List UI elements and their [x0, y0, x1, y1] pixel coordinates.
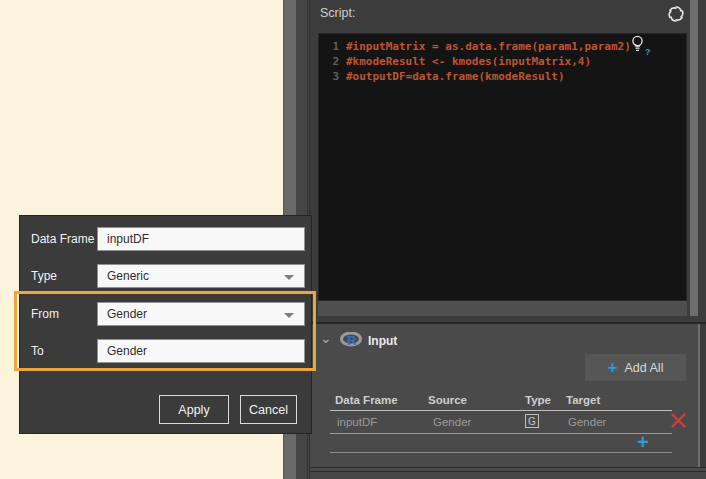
delete-row-icon[interactable]: [670, 412, 687, 429]
add-row-icon[interactable]: +: [637, 431, 649, 454]
dropdown-arrow-icon: [284, 313, 294, 318]
line-number: 1: [319, 39, 339, 54]
question-mark-icon: ?: [645, 47, 651, 57]
editor-vertical-scrollbar[interactable]: [690, 0, 698, 316]
openai-icon[interactable]: [666, 4, 686, 24]
code-text: #outputDF=data.frame(kmodeResult): [346, 69, 565, 84]
line-number: 3: [319, 69, 339, 84]
from-dropdown[interactable]: Gender: [97, 302, 305, 326]
to-label: To: [31, 344, 44, 358]
column-header-type: Type: [525, 394, 551, 406]
type-label: Type: [31, 269, 57, 283]
apply-button[interactable]: Apply: [159, 395, 229, 424]
input-section: ⌄ R Input + Add All Data Frame Source Ty…: [310, 324, 700, 467]
add-all-label: Add All: [625, 361, 664, 375]
row-source-cell[interactable]: Gender: [433, 416, 471, 428]
column-header-data-frame: Data Frame: [335, 394, 398, 406]
to-field[interactable]: Gender: [97, 339, 305, 363]
type-dropdown[interactable]: Generic: [97, 264, 305, 288]
script-code-editor[interactable]: 1 #inputMatrix = as.data.frame(param1,pa…: [318, 33, 687, 301]
line-number: 2: [319, 54, 339, 69]
next-section-edge: [310, 472, 706, 479]
type-dropdown-value: Generic: [107, 269, 149, 283]
from-dropdown-value: Gender: [107, 307, 147, 321]
add-all-button[interactable]: + Add All: [585, 354, 686, 381]
dropdown-arrow-icon: [284, 275, 294, 280]
data-frame-label: Data Frame: [31, 232, 94, 246]
code-text: #inputMatrix = as.data.frame(param1,para…: [346, 39, 631, 54]
right-panel: Script: 1 #inputMatrix = as.data.frame(p…: [310, 0, 706, 479]
r-language-icon: R: [340, 332, 364, 348]
chevron-down-icon[interactable]: ⌄: [320, 330, 332, 346]
code-text: #kmodeResult <- kmodes(inputMatrix,4): [346, 54, 591, 69]
column-header-target: Target: [566, 394, 600, 406]
column-header-source: Source: [428, 394, 467, 406]
input-section-title: Input: [368, 334, 397, 348]
plus-icon: +: [608, 359, 618, 376]
editor-horizontal-scrollbar[interactable]: [318, 301, 687, 316]
lightbulb-hint-icon[interactable]: ?: [630, 35, 652, 59]
table-row-divider: [330, 452, 672, 453]
table-header-divider: [330, 410, 672, 411]
r-logo-letter: R: [347, 333, 356, 348]
mapping-config-dialog: Data Frame inputDF Type Generic From Gen…: [19, 215, 312, 434]
code-line: 3 #outputDF=data.frame(kmodeResult): [319, 69, 686, 84]
cancel-button[interactable]: Cancel: [240, 395, 297, 424]
row-data-frame-cell[interactable]: inputDF: [337, 416, 377, 428]
from-label: From: [31, 307, 59, 321]
data-frame-field[interactable]: inputDF: [97, 227, 305, 251]
row-target-cell[interactable]: Gender: [568, 416, 606, 428]
generic-type-icon[interactable]: G: [525, 414, 539, 428]
table-row-divider: [330, 433, 672, 434]
script-panel-title: Script:: [320, 6, 355, 20]
